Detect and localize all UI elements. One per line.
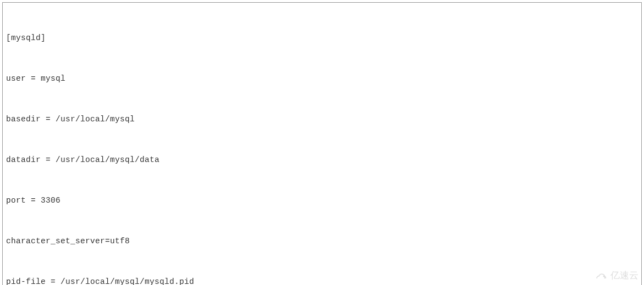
code-line: port = 3306 (6, 194, 638, 208)
cloud-icon (594, 271, 608, 281)
code-line: user = mysql (6, 72, 638, 86)
code-line: pid-file = /usr/local/mysql/mysqld.pid (6, 275, 638, 285)
code-line: basedir = /usr/local/mysql (6, 113, 638, 126)
code-line: [mysqld] (6, 31, 638, 45)
config-code-block: [mysqld] user = mysql basedir = /usr/loc… (2, 2, 642, 285)
watermark: 亿速云 (594, 269, 639, 282)
code-line: character_set_server=utf8 (6, 234, 638, 248)
code-line: datadir = /usr/local/mysql/data (6, 153, 638, 167)
watermark-text: 亿速云 (610, 269, 639, 282)
